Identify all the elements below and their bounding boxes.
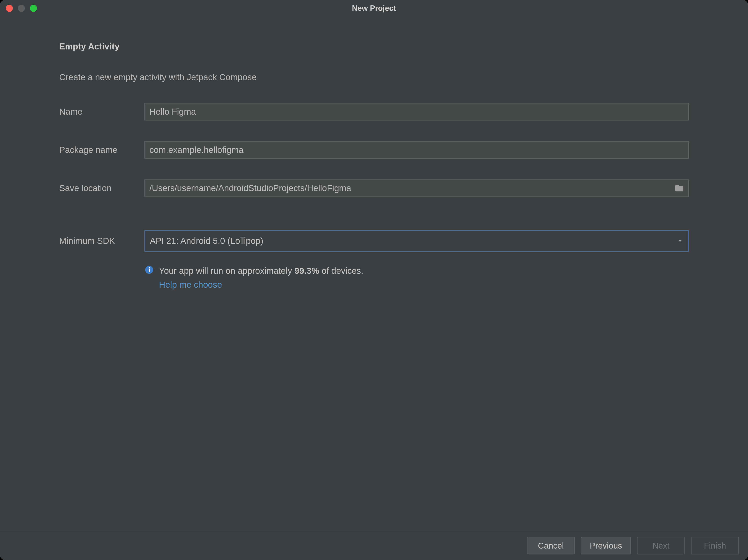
folder-icon <box>674 184 684 193</box>
sdk-select[interactable]: API 21: Android 5.0 (Lollipop) <box>144 230 689 252</box>
name-input[interactable] <box>144 103 689 120</box>
sdk-info-text: Your app will run on approximately 99.3%… <box>159 264 364 292</box>
next-button: Next <box>637 537 685 554</box>
package-row: Package name <box>59 141 689 159</box>
window-title: New Project <box>0 4 748 13</box>
minimize-icon[interactable] <box>18 5 25 12</box>
dialog-content: Empty Activity Create a new empty activi… <box>0 17 748 531</box>
info-suffix: of devices. <box>319 266 363 276</box>
cancel-button[interactable]: Cancel <box>527 537 575 554</box>
name-row: Name <box>59 103 689 120</box>
page-subtitle: Create a new empty activity with Jetpack… <box>59 72 689 82</box>
location-input[interactable] <box>144 179 689 197</box>
maximize-icon[interactable] <box>30 5 37 12</box>
finish-button: Finish <box>691 537 739 554</box>
sdk-select-value: API 21: Android 5.0 (Lollipop) <box>150 236 263 246</box>
browse-folder-button[interactable] <box>673 182 685 194</box>
location-label: Save location <box>59 183 144 193</box>
name-label: Name <box>59 107 144 117</box>
page-title: Empty Activity <box>59 42 689 51</box>
location-row: Save location <box>59 179 689 197</box>
window-controls <box>6 5 37 12</box>
dialog-footer: Cancel Previous Next Finish <box>0 531 748 560</box>
info-icon <box>144 265 154 275</box>
svg-point-2 <box>149 267 150 268</box>
dialog-window: New Project Empty Activity Create a new … <box>0 0 748 560</box>
info-percent: 99.3% <box>295 266 319 276</box>
previous-button[interactable]: Previous <box>581 537 631 554</box>
close-icon[interactable] <box>6 5 13 12</box>
titlebar: New Project <box>0 0 748 17</box>
sdk-row: Minimum SDK API 21: Android 5.0 (Lollipo… <box>59 230 689 252</box>
help-me-choose-link[interactable]: Help me choose <box>159 277 222 292</box>
package-input[interactable] <box>144 141 689 159</box>
chevron-down-icon <box>677 238 683 244</box>
sdk-info: Your app will run on approximately 99.3%… <box>144 264 689 292</box>
info-prefix: Your app will run on approximately <box>159 266 295 276</box>
package-label: Package name <box>59 145 144 155</box>
svg-rect-1 <box>149 269 150 272</box>
sdk-label: Minimum SDK <box>59 236 144 246</box>
